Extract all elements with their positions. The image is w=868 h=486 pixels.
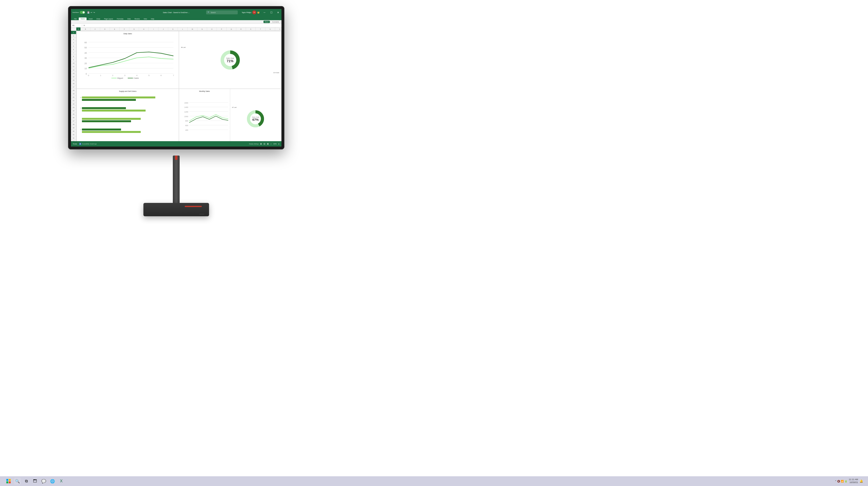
window-title: Sales Chart - Saved to OneDrive ⌄ bbox=[163, 11, 190, 13]
row-30: 30 bbox=[71, 130, 76, 133]
system-tray-icons: ⌃ 🔇 📶 🔋 bbox=[835, 480, 847, 483]
col-p: P bbox=[217, 28, 226, 31]
spreadsheet-area: A B C D E F G H I J K L M N O bbox=[71, 28, 281, 147]
col-g: G bbox=[129, 28, 139, 31]
search-bar[interactable]: 🔍 Search bbox=[206, 10, 238, 14]
comments-button[interactable]: Comments bbox=[271, 21, 280, 23]
svg-text:Miguel: Miguel bbox=[117, 77, 123, 79]
normal-view-icon[interactable]: ⊞ bbox=[260, 143, 262, 145]
svg-text:1200: 1200 bbox=[184, 111, 188, 113]
ribbon-content: Share Comments bbox=[71, 20, 281, 24]
col-c: C bbox=[90, 28, 100, 31]
tab-draw[interactable]: Draw bbox=[95, 18, 102, 20]
svg-text:800: 800 bbox=[185, 120, 188, 122]
minimize-button[interactable]: ─ bbox=[261, 9, 268, 16]
taskbar-right: ⌃ 🔇 📶 🔋 11:11 AM 10/20/21 🔔 bbox=[835, 478, 863, 484]
dropdown-icon[interactable]: ⌄ bbox=[188, 12, 190, 13]
col-l: L bbox=[178, 28, 188, 31]
undo-icon[interactable]: ↩ bbox=[91, 11, 92, 13]
bar-group-mid bbox=[79, 118, 177, 122]
cell-reference[interactable]: A1 bbox=[72, 25, 82, 26]
windows-logo-icon bbox=[6, 479, 11, 484]
avatar[interactable]: TP bbox=[252, 10, 256, 14]
row-2: 2 bbox=[71, 34, 76, 38]
svg-rect-44 bbox=[6, 479, 8, 481]
tab-data[interactable]: Data bbox=[126, 18, 132, 20]
bar-label-2: 2 bbox=[79, 129, 81, 130]
zoom-plus-icon[interactable]: + bbox=[278, 143, 280, 145]
search-placeholder: Search bbox=[211, 12, 216, 13]
daily-sales-chart: Daily Sales bbox=[76, 31, 179, 89]
bar-group-2: 2 bbox=[79, 129, 177, 133]
share-button[interactable]: Share bbox=[264, 21, 270, 23]
col-f: F bbox=[120, 28, 129, 31]
zoom-minus-icon[interactable]: − bbox=[270, 143, 272, 145]
collaboration-buttons: Share Comments bbox=[264, 21, 280, 23]
monitor-neck bbox=[173, 156, 180, 204]
svg-text:0: 0 bbox=[86, 72, 87, 75]
corner-cell bbox=[71, 28, 76, 31]
autosave-toggle[interactable] bbox=[80, 11, 85, 14]
display-settings[interactable]: Display Settings bbox=[249, 143, 259, 144]
excel-titlebar: AutoSave 💾 ↩ ↪ Sales Chart - Saved to On… bbox=[71, 9, 281, 16]
donut2-wrapper: Sales Goal 67% bbox=[246, 109, 265, 129]
restore-button[interactable]: ☐ bbox=[268, 9, 275, 16]
row-21: 21 bbox=[71, 99, 76, 102]
tab-formulas[interactable]: Formulas bbox=[115, 18, 125, 20]
svg-text:40: 40 bbox=[84, 52, 87, 54]
tab-file[interactable]: File bbox=[72, 18, 78, 20]
tab-review[interactable]: Review bbox=[133, 18, 142, 20]
tab-home[interactable]: Home bbox=[79, 18, 86, 20]
svg-text:Caleb: Caleb bbox=[134, 77, 139, 79]
monthly-sales-chart: Monthly Sales bbox=[179, 89, 230, 146]
col-h: H bbox=[139, 28, 149, 31]
row-7: 7 bbox=[71, 51, 76, 55]
row-13: 13 bbox=[71, 72, 76, 75]
notification-button[interactable]: 🔔 bbox=[860, 480, 863, 483]
row-12: 12 bbox=[71, 68, 76, 72]
search-taskbar-button[interactable]: 🔍 bbox=[14, 478, 21, 485]
page-break-icon[interactable]: ⊠ bbox=[267, 143, 269, 145]
tab-pagelayout[interactable]: Page Layout bbox=[102, 18, 115, 20]
bar-row-3b bbox=[79, 109, 177, 111]
row-22: 22 bbox=[71, 102, 76, 106]
ready-status: Ready bbox=[73, 143, 77, 144]
edge-button[interactable]: 🌐 bbox=[49, 478, 56, 485]
row-24: 24 bbox=[71, 109, 76, 112]
formula-bar: A1 fx bbox=[71, 24, 281, 28]
widgets-button[interactable]: 🗔 bbox=[32, 478, 38, 485]
daily-sales-title: Daily Sales bbox=[79, 33, 177, 34]
col-u: U bbox=[266, 28, 275, 31]
svg-text:50: 50 bbox=[84, 46, 87, 49]
svg-text:3: 3 bbox=[124, 74, 125, 76]
taskbar-time: 11:11 AM bbox=[849, 478, 858, 481]
taskbar-clock[interactable]: 11:11 AM 10/20/21 bbox=[849, 478, 858, 484]
redo-icon[interactable]: ↪ bbox=[93, 11, 95, 13]
bar-row-3a: 3 bbox=[79, 107, 177, 109]
bar-fill-3a bbox=[82, 107, 126, 109]
close-button[interactable]: ✕ bbox=[275, 9, 281, 16]
svg-text:400: 400 bbox=[185, 129, 188, 131]
start-button[interactable] bbox=[5, 478, 12, 485]
svg-text:30: 30 bbox=[84, 57, 87, 59]
bar-row-2a: 2 bbox=[79, 129, 177, 130]
save-icon[interactable]: 💾 bbox=[87, 11, 90, 13]
svg-text:1600: 1600 bbox=[184, 102, 188, 104]
tab-insert[interactable]: Insert bbox=[87, 18, 94, 20]
chat-button[interactable]: 💬 bbox=[40, 478, 47, 485]
tab-help[interactable]: Help bbox=[149, 18, 156, 20]
row-26: 26 bbox=[71, 116, 76, 119]
task-view-button[interactable]: ⧉ bbox=[23, 478, 30, 485]
col-b: B bbox=[81, 28, 90, 31]
tab-view[interactable]: View bbox=[142, 18, 149, 20]
row-16: 16 bbox=[71, 82, 76, 85]
base-accent bbox=[185, 206, 202, 207]
monitor: AutoSave 💾 ↩ ↪ Sales Chart - Saved to On… bbox=[68, 6, 284, 242]
row-15: 15 bbox=[71, 78, 76, 82]
row-18: 18 bbox=[71, 89, 76, 92]
donut1-bottom-label: 214 Sold bbox=[273, 72, 279, 73]
excel-taskbar-icon[interactable]: X bbox=[58, 478, 65, 485]
svg-text:5: 5 bbox=[149, 74, 150, 76]
page-layout-icon[interactable]: ⊟ bbox=[264, 143, 266, 145]
donut2-left-label: 97 Left bbox=[232, 107, 237, 108]
